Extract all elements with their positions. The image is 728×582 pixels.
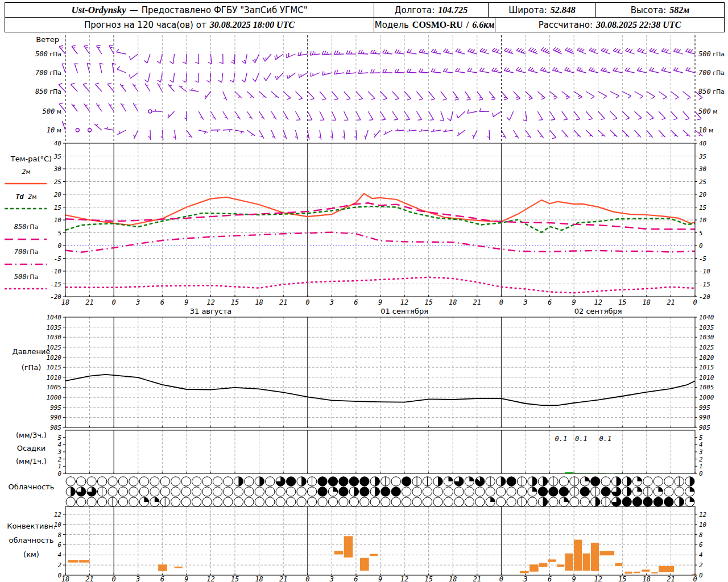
cloud-symbol [286,497,295,506]
precip-tick-right: 5 [699,434,703,442]
pressure-tick-left: 1040 [47,314,62,321]
convective-cloud-bar [659,566,674,572]
time-label: 15 [618,298,626,306]
conv-tick-left: 6 [57,541,61,548]
cloud-symbol [423,487,432,496]
time-label-bottom: 21 [667,575,675,582]
time-label: 12 [400,298,408,306]
wind-level-label-left: 500 гПа [35,50,61,58]
cloud-symbol [76,497,85,506]
cloud-symbol [307,497,316,506]
cloud-symbol [370,497,379,506]
time-label-bottom: 9 [184,575,188,582]
time-label: 18 [449,298,457,306]
convective-cloud-bar [583,554,590,571]
temp-tick-right: 30 [698,165,707,173]
time-label-bottom: 3 [329,575,334,582]
cloud-symbol [496,487,505,496]
temp-tick-left: 30 [53,165,62,173]
precip-tick-right: 2 [699,456,703,463]
cloud-symbol [224,497,233,506]
conv-tick-right: 0 [699,572,703,579]
cloud-symbol [653,477,663,486]
cloud-symbol [224,477,233,486]
pressure-tick-right: 1030 [699,334,714,341]
cloud-symbol [664,487,673,496]
time-label: 21 [85,298,93,306]
cloud-symbol [160,487,169,496]
temp-tick-right: 35 [698,153,706,160]
wind-level-label-left: 500 м [43,107,61,115]
cloud-symbol [549,497,558,506]
cloud-symbol [66,497,75,506]
precip-tick-left: 2 [57,456,61,463]
cloud-symbol [412,497,421,506]
pressure-tick-right: 1015 [699,364,714,371]
pressure-tick-left: 985 [50,424,61,431]
cloud-symbol [234,487,243,496]
cloud-symbol [171,487,180,496]
cloud-symbol [129,477,138,486]
time-label: 3 [523,298,527,306]
time-label: 6 [548,298,552,306]
cloud-symbol [213,487,222,496]
time-label: 12 [206,298,214,306]
cloud-symbol [286,487,295,496]
temp-tick-left: 20 [54,191,62,198]
temp-legend-t500: 500гПа [14,273,38,281]
time-label-bottom: 0 [305,575,309,582]
pressure-tick-left: 1005 [47,384,62,391]
temp-legend-t2m: 2м [22,168,31,176]
cloud-symbol [245,487,254,496]
temp-tick-right: -10 [699,268,710,275]
wind-level-label-right: 500 м [698,107,717,115]
cloud-symbol [391,497,400,506]
time-label-bottom: 12 [206,575,214,582]
temp-tick-left: 5 [57,230,61,237]
convective-cloud-bar [68,560,78,562]
temp-legend-td2m: Td 2м [15,193,36,201]
time-label: 21 [279,298,287,306]
cloud-symbol [307,487,316,496]
cloud-symbol [664,477,673,486]
time-label-bottom: 21 [473,575,481,582]
cloud-symbol [76,477,85,486]
cloud-symbol [150,477,159,486]
cloud-symbol [444,487,453,496]
pressure-tick-left: 1000 [47,394,62,401]
cloud-symbol [66,477,75,486]
precip-amount-label: 0.1 [599,435,612,443]
precip-tick-left: 4 [57,441,61,448]
temp-tick-right: 25 [699,178,706,186]
cloud-symbol [444,497,453,506]
cloud-symbol [570,497,579,506]
cloud-symbol [433,487,442,496]
cloud-symbol [266,487,275,496]
temp-legend-t850: 850гПа [14,223,38,231]
convective-cloud-bar [557,564,564,567]
cloud-symbol [507,497,516,506]
convective-cloud-bar [574,540,582,571]
cloud-symbol [255,497,264,506]
precip-tick-right: 4 [699,441,703,448]
cloud-symbol [433,497,442,506]
cloud-symbol [297,497,306,506]
pressure-tick-left: 1025 [47,344,62,351]
time-label: 0 [112,298,116,306]
cloud-symbol [202,497,212,506]
time-label: 3 [135,298,140,306]
cloud-symbol [465,497,474,506]
cloud-symbol [465,487,474,496]
temp-tick-right: 10 [699,217,707,224]
cloud-symbol [381,497,390,506]
convective-cloud-bar [642,569,650,572]
cloud-symbol [181,477,191,486]
cloud-symbol [108,477,117,486]
temp-tick-left: 0 [57,242,61,250]
temp-tick-right: 0 [699,242,703,250]
temp-tick-left: -20 [50,293,61,301]
cloud-symbol [360,497,369,506]
time-label-bottom: 0 [499,575,503,582]
time-label-bottom: 0 [112,575,116,582]
conv-tick-right: 8 [699,531,703,539]
